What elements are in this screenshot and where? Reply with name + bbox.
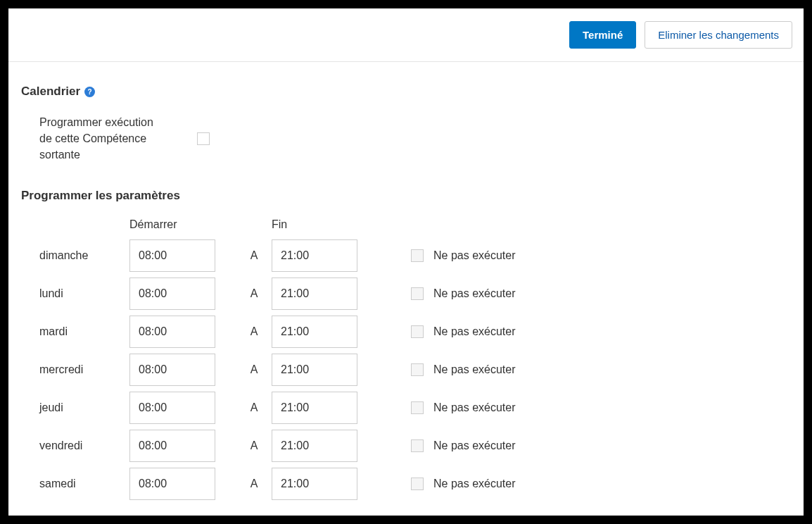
schedule-row: vendrediANe pas exécuter bbox=[39, 430, 791, 462]
do-not-run-group: Ne pas exécuter bbox=[411, 401, 516, 414]
settings-panel: Terminé Eliminer les changements Calendr… bbox=[8, 8, 804, 516]
start-time-input[interactable] bbox=[129, 277, 215, 310]
do-not-run-checkbox[interactable] bbox=[411, 325, 424, 338]
end-time-input[interactable] bbox=[272, 277, 357, 310]
do-not-run-checkbox[interactable] bbox=[411, 439, 424, 452]
schedule-row: mercrediANe pas exécuter bbox=[39, 354, 791, 386]
content-area: Calendrier ? Programmer exécution de cet… bbox=[8, 62, 804, 516]
start-time-input[interactable] bbox=[129, 392, 215, 424]
schedule-row: jeudiANe pas exécuter bbox=[39, 392, 791, 424]
separator-label: A bbox=[236, 249, 272, 262]
day-label: samedi bbox=[39, 478, 129, 490]
schedule-row: lundiANe pas exécuter bbox=[39, 277, 791, 310]
calendar-title-text: Calendrier bbox=[21, 85, 80, 99]
schedule-section-title: Programmer les paramètres bbox=[21, 189, 791, 203]
end-time-input[interactable] bbox=[272, 392, 357, 424]
do-not-run-group: Ne pas exécuter bbox=[411, 439, 516, 452]
start-time-input[interactable] bbox=[129, 430, 215, 462]
do-not-run-group: Ne pas exécuter bbox=[411, 287, 516, 300]
schedule-table: Démarrer Fin dimancheANe pas exécuterlun… bbox=[39, 218, 791, 500]
do-not-run-group: Ne pas exécuter bbox=[411, 478, 516, 490]
end-time-input[interactable] bbox=[272, 239, 357, 272]
do-not-run-label: Ne pas exécuter bbox=[433, 363, 516, 376]
separator-label: A bbox=[236, 287, 272, 300]
start-time-input[interactable] bbox=[129, 468, 215, 500]
start-time-input[interactable] bbox=[129, 354, 215, 386]
do-not-run-label: Ne pas exécuter bbox=[433, 401, 516, 414]
end-time-input[interactable] bbox=[272, 468, 357, 500]
do-not-run-checkbox[interactable] bbox=[411, 287, 424, 300]
do-not-run-checkbox[interactable] bbox=[411, 478, 424, 490]
calendar-section-title: Calendrier ? bbox=[21, 85, 791, 99]
day-label: jeudi bbox=[39, 401, 129, 414]
do-not-run-checkbox[interactable] bbox=[411, 401, 424, 414]
discard-button[interactable]: Eliminer les changements bbox=[645, 21, 792, 49]
end-header: Fin bbox=[272, 218, 411, 231]
separator-label: A bbox=[236, 325, 272, 338]
do-not-run-label: Ne pas exécuter bbox=[433, 439, 516, 452]
do-not-run-group: Ne pas exécuter bbox=[411, 249, 516, 262]
start-time-input[interactable] bbox=[129, 316, 215, 348]
header-bar: Terminé Eliminer les changements bbox=[8, 8, 804, 62]
end-time-input[interactable] bbox=[272, 430, 357, 462]
do-not-run-label: Ne pas exécuter bbox=[433, 478, 516, 490]
do-not-run-label: Ne pas exécuter bbox=[433, 325, 516, 338]
day-label: mercredi bbox=[39, 363, 129, 376]
schedule-row: mardiANe pas exécuter bbox=[39, 316, 791, 348]
start-time-input[interactable] bbox=[129, 239, 215, 272]
day-label: mardi bbox=[39, 325, 129, 338]
separator-label: A bbox=[236, 439, 272, 452]
schedule-title-text: Programmer les paramètres bbox=[21, 189, 180, 203]
do-not-run-checkbox[interactable] bbox=[411, 249, 424, 262]
do-not-run-group: Ne pas exécuter bbox=[411, 363, 516, 376]
separator-label: A bbox=[236, 363, 272, 376]
do-not-run-group: Ne pas exécuter bbox=[411, 325, 516, 338]
schedule-enable-label: Programmer exécution de cette Compétence… bbox=[39, 114, 166, 163]
start-header: Démarrer bbox=[129, 218, 236, 231]
schedule-row: dimancheANe pas exécuter bbox=[39, 239, 791, 272]
done-button[interactable]: Terminé bbox=[569, 21, 636, 49]
help-icon[interactable]: ? bbox=[84, 87, 95, 97]
day-label: dimanche bbox=[39, 249, 129, 262]
schedule-row: samediANe pas exécuter bbox=[39, 468, 791, 500]
day-label: lundi bbox=[39, 287, 129, 300]
do-not-run-label: Ne pas exécuter bbox=[433, 249, 516, 262]
schedule-enable-checkbox[interactable] bbox=[197, 132, 210, 145]
schedule-headers: Démarrer Fin bbox=[39, 218, 791, 231]
end-time-input[interactable] bbox=[272, 354, 357, 386]
separator-label: A bbox=[236, 478, 272, 490]
end-time-input[interactable] bbox=[272, 316, 357, 348]
day-label: vendredi bbox=[39, 439, 129, 452]
separator-label: A bbox=[236, 401, 272, 414]
do-not-run-checkbox[interactable] bbox=[411, 363, 424, 376]
do-not-run-label: Ne pas exécuter bbox=[433, 287, 516, 300]
schedule-enable-row: Programmer exécution de cette Compétence… bbox=[39, 114, 791, 163]
